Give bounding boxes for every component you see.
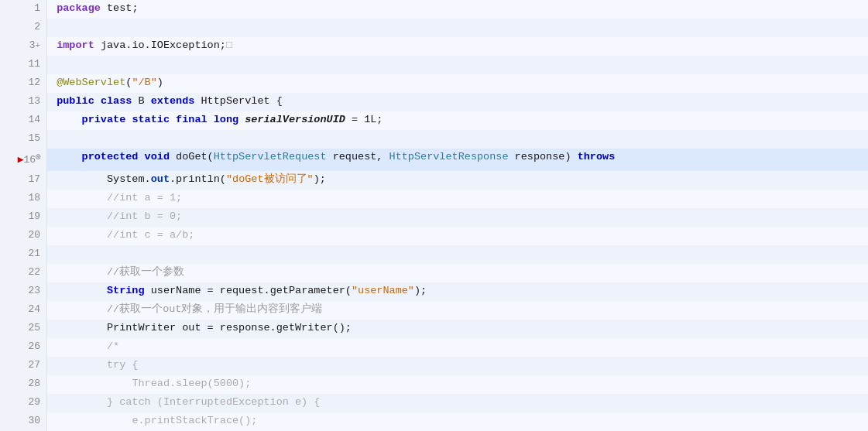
code-line-content: private static final long serialVersionU…: [47, 111, 868, 130]
code-line-content: package test;: [47, 0, 868, 19]
code-line-content: /*: [47, 338, 868, 357]
line-number: 23: [0, 282, 47, 301]
code-line-content: System.out.println("doGet被访问了");: [47, 171, 868, 190]
line-number: 3+: [0, 37, 47, 56]
line-number: 21: [0, 245, 47, 264]
line-number: 1: [0, 0, 47, 19]
line-number: 14: [0, 111, 47, 130]
line-number: 13: [0, 93, 47, 111]
code-line-content: protected void doGet(HttpServletRequest …: [47, 149, 868, 171]
code-line-content: //int b = 0;: [47, 208, 868, 227]
code-line-content: import java.io.IOException;□: [47, 37, 868, 56]
code-line-content: } catch (InterruptedException e) {: [47, 394, 868, 412]
code-line-content: [47, 130, 868, 149]
line-number: 30: [0, 412, 47, 431]
line-number: 27: [0, 357, 47, 375]
line-number: 25: [0, 320, 47, 338]
line-number: 29: [0, 394, 47, 412]
code-line-content: try {: [47, 357, 868, 375]
code-line-content: //int c = a/b;: [47, 227, 868, 245]
code-table: 1package test;2 3+import java.io.IOExcep…: [0, 0, 868, 431]
line-number: 28: [0, 375, 47, 394]
code-line-content: e.printStackTrace();: [47, 412, 868, 431]
line-number: 22: [0, 264, 47, 282]
code-line-content: //获取一个out对象，用于输出内容到客户端: [47, 301, 868, 320]
code-line-content: [47, 56, 868, 74]
code-line-content: PrintWriter out = response.getWriter();: [47, 320, 868, 338]
code-line-content: String userName = request.getParameter("…: [47, 282, 868, 301]
code-line-content: public class B extends HttpServlet {: [47, 93, 868, 111]
line-number: 2: [0, 19, 47, 37]
line-number: 18: [0, 190, 47, 208]
line-number: ▶16◎: [0, 149, 47, 171]
code-line-content: Thread.sleep(5000);: [47, 375, 868, 394]
code-editor: 1package test;2 3+import java.io.IOExcep…: [0, 0, 868, 431]
line-number: 20: [0, 227, 47, 245]
code-line-content: [47, 245, 868, 264]
line-number: 19: [0, 208, 47, 227]
line-number: 26: [0, 338, 47, 357]
code-line-content: [47, 19, 868, 37]
line-number: 11: [0, 56, 47, 74]
code-line-content: @WebServlet("/B"): [47, 74, 868, 93]
line-number: 12: [0, 74, 47, 93]
line-number: 17: [0, 171, 47, 190]
line-number: 15: [0, 130, 47, 149]
code-line-content: //int a = 1;: [47, 190, 868, 208]
code-line-content: //获取一个参数: [47, 264, 868, 282]
line-number: 24: [0, 301, 47, 320]
